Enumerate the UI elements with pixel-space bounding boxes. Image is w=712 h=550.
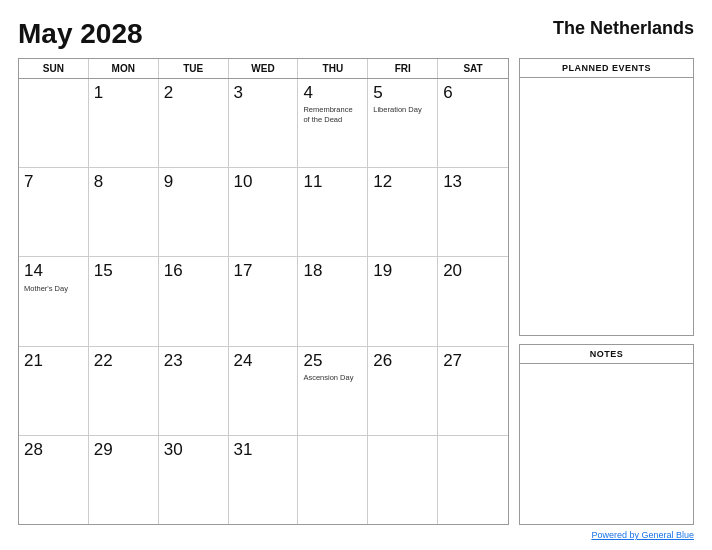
day-number: 1 — [94, 83, 103, 103]
day-number: 27 — [443, 351, 462, 371]
month-title: May 2028 — [18, 18, 143, 50]
day-number: 18 — [303, 261, 322, 281]
calendar-cell: 28 — [19, 436, 89, 524]
day-number: 9 — [164, 172, 173, 192]
day-number: 10 — [234, 172, 253, 192]
country-title: The Netherlands — [553, 18, 694, 39]
day-name-fri: FRI — [368, 59, 438, 78]
calendar-cell: 22 — [89, 347, 159, 435]
day-number: 4 — [303, 83, 312, 103]
event-label: Ascension Day — [303, 373, 353, 383]
day-name-thu: THU — [298, 59, 368, 78]
sidebar: PLANNED EVENTS NOTES — [519, 58, 694, 525]
calendar-cell: 18 — [298, 257, 368, 345]
calendar-body: 1234Remembrance of the Dead5Liberation D… — [19, 79, 508, 524]
event-label: Liberation Day — [373, 105, 421, 115]
day-number: 12 — [373, 172, 392, 192]
calendar-cell: 1 — [89, 79, 159, 167]
notes-content — [520, 364, 693, 524]
day-number: 24 — [234, 351, 253, 371]
day-number: 29 — [94, 440, 113, 460]
day-name-tue: TUE — [159, 59, 229, 78]
calendar-cell: 7 — [19, 168, 89, 256]
planned-events-box: PLANNED EVENTS — [519, 58, 694, 336]
calendar-cell: 27 — [438, 347, 508, 435]
day-number: 2 — [164, 83, 173, 103]
calendar-cell: 17 — [229, 257, 299, 345]
calendar-cell: 23 — [159, 347, 229, 435]
calendar-cell: 26 — [368, 347, 438, 435]
notes-box: NOTES — [519, 344, 694, 525]
day-number: 26 — [373, 351, 392, 371]
day-number: 21 — [24, 351, 43, 371]
calendar-cell: 8 — [89, 168, 159, 256]
day-number: 20 — [443, 261, 462, 281]
calendar-cell: 20 — [438, 257, 508, 345]
calendar-cell: 21 — [19, 347, 89, 435]
powered-by-link[interactable]: Powered by General Blue — [591, 530, 694, 540]
calendar-cell: 10 — [229, 168, 299, 256]
page: May 2028 The Netherlands SUNMONTUEWEDTHU… — [0, 0, 712, 550]
calendar-row-1: 1234Remembrance of the Dead5Liberation D… — [19, 79, 508, 168]
day-name-wed: WED — [229, 59, 299, 78]
calendar-header: SUNMONTUEWEDTHUFRISAT — [19, 59, 508, 79]
calendar-cell: 29 — [89, 436, 159, 524]
calendar: SUNMONTUEWEDTHUFRISAT 1234Remembrance of… — [18, 58, 509, 525]
day-number: 19 — [373, 261, 392, 281]
day-number: 23 — [164, 351, 183, 371]
day-number: 11 — [303, 172, 322, 192]
calendar-cell: 12 — [368, 168, 438, 256]
calendar-cell: 9 — [159, 168, 229, 256]
calendar-cell: 11 — [298, 168, 368, 256]
day-number: 5 — [373, 83, 382, 103]
event-label: Mother's Day — [24, 284, 68, 294]
planned-events-content — [520, 78, 693, 335]
calendar-row-4: 2122232425Ascension Day2627 — [19, 347, 508, 436]
day-number: 30 — [164, 440, 183, 460]
day-number: 8 — [94, 172, 103, 192]
calendar-cell: 30 — [159, 436, 229, 524]
day-number: 7 — [24, 172, 33, 192]
calendar-cell: 3 — [229, 79, 299, 167]
calendar-cell: 13 — [438, 168, 508, 256]
calendar-cell — [368, 436, 438, 524]
day-number: 31 — [234, 440, 253, 460]
calendar-row-3: 14Mother's Day151617181920 — [19, 257, 508, 346]
day-number: 14 — [24, 261, 43, 281]
calendar-row-5: 28293031 — [19, 436, 508, 524]
day-number: 17 — [234, 261, 253, 281]
day-number: 28 — [24, 440, 43, 460]
calendar-cell: 6 — [438, 79, 508, 167]
calendar-cell: 14Mother's Day — [19, 257, 89, 345]
main-area: SUNMONTUEWEDTHUFRISAT 1234Remembrance of… — [18, 58, 694, 525]
day-number: 3 — [234, 83, 243, 103]
day-number: 13 — [443, 172, 462, 192]
calendar-row-2: 78910111213 — [19, 168, 508, 257]
calendar-cell — [298, 436, 368, 524]
day-name-mon: MON — [89, 59, 159, 78]
header: May 2028 The Netherlands — [18, 18, 694, 50]
day-number: 6 — [443, 83, 452, 103]
day-number: 16 — [164, 261, 183, 281]
calendar-cell: 25Ascension Day — [298, 347, 368, 435]
day-name-sun: SUN — [19, 59, 89, 78]
calendar-cell: 16 — [159, 257, 229, 345]
calendar-cell: 15 — [89, 257, 159, 345]
notes-header: NOTES — [520, 345, 693, 364]
day-number: 25 — [303, 351, 322, 371]
calendar-cell: 5Liberation Day — [368, 79, 438, 167]
day-number: 22 — [94, 351, 113, 371]
event-label: Remembrance of the Dead — [303, 105, 352, 125]
footer: Powered by General Blue — [18, 530, 694, 540]
day-number: 15 — [94, 261, 113, 281]
planned-events-header: PLANNED EVENTS — [520, 59, 693, 78]
calendar-cell: 24 — [229, 347, 299, 435]
calendar-cell — [438, 436, 508, 524]
calendar-cell: 31 — [229, 436, 299, 524]
calendar-cell: 4Remembrance of the Dead — [298, 79, 368, 167]
calendar-cell — [19, 79, 89, 167]
calendar-cell: 2 — [159, 79, 229, 167]
calendar-cell: 19 — [368, 257, 438, 345]
day-name-sat: SAT — [438, 59, 508, 78]
